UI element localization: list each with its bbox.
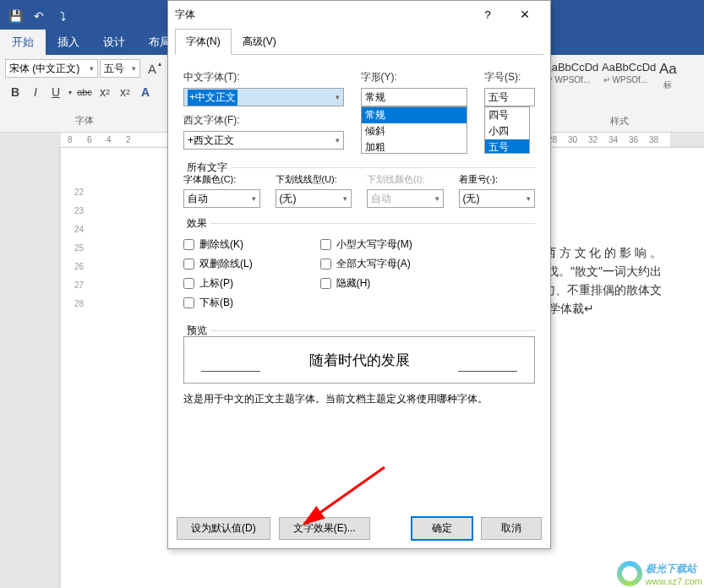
list-item[interactable]: 小四 (485, 123, 529, 139)
checkbox-hidden[interactable]: 隐藏(H) (320, 276, 412, 291)
dialog-tabs: 字体(N) 高级(V) (175, 28, 543, 55)
list-item[interactable]: 加粗 (362, 139, 467, 154)
list-item[interactable]: 四号 (485, 107, 529, 123)
label-underline-color: 下划线颜色(I): (367, 173, 444, 186)
text-effects-button[interactable]: A (135, 82, 156, 102)
ok-button[interactable]: 确定 (412, 517, 472, 540)
cancel-button[interactable]: 取消 (481, 517, 542, 540)
font-size-value: 五号 (104, 62, 124, 76)
font-size-input[interactable]: 五号 (484, 88, 535, 106)
font-style-input[interactable]: 常规 (361, 88, 467, 106)
style-item-3[interactable]: Aa 标 (655, 58, 680, 94)
checkbox-subscript[interactable]: 下标(B) (183, 296, 253, 310)
dialog-title: 字体 (175, 8, 195, 22)
checkbox-small-caps[interactable]: 小型大写字母(M) (320, 237, 412, 252)
underline-color-combo: 自动▾ (367, 189, 444, 208)
close-button[interactable]: × (506, 1, 543, 28)
checkbox-double-strike[interactable]: 双删除线(L) (183, 257, 253, 271)
ribbon-group-font: 宋体 (中文正文) ▾ 五号 ▾ A▴ B I U ▾ abc x2 x2 A … (0, 55, 169, 132)
watermark-logo-icon (617, 561, 642, 586)
list-item[interactable]: 倾斜 (362, 123, 467, 139)
chevron-down-icon: ▾ (90, 64, 94, 73)
save-icon[interactable]: 💾 (3, 4, 27, 28)
label-font-size: 字号(S): (484, 70, 535, 84)
style-name: ↵ WPSOf... (602, 75, 649, 84)
group-label-font: 字体 (5, 112, 164, 128)
label-underline-style: 下划线线型(U): (276, 173, 352, 186)
style-name: ↵ WPSOf... (544, 75, 592, 84)
label-font-color: 字体颜色(C): (183, 173, 260, 186)
underline-style-combo[interactable]: (无)▾ (276, 189, 352, 208)
strike-button[interactable]: abc (74, 82, 95, 102)
font-size-listbox[interactable]: 四号 小四 五号 (484, 106, 530, 154)
label-font-style: 字形(Y): (361, 70, 467, 84)
font-dialog: 字体 ? × 字体(N) 高级(V) 中文字体(T): +中文正文 ▾ 西文字体… (167, 0, 551, 549)
tab-home[interactable]: 开始 (0, 30, 46, 55)
list-item[interactable]: 常规 (362, 107, 467, 123)
style-sample: AaBbCcDd (602, 61, 649, 74)
italic-button[interactable]: I (25, 82, 46, 102)
text-effects-button[interactable]: 文字效果(E)... (279, 517, 370, 540)
label-emphasis: 着重号(·): (459, 173, 536, 186)
style-item-2[interactable]: AaBbCcDd ↵ WPSOf... (598, 58, 653, 94)
group-label-styles: 样式 (540, 113, 699, 129)
dialog-buttons: 设为默认值(D) 文字效果(E)... 确定 取消 (177, 517, 542, 540)
style-sample: AaBbCcDd (544, 61, 592, 74)
dialog-titlebar[interactable]: 字体 ? × (168, 1, 550, 28)
bold-button[interactable]: B (5, 82, 25, 102)
chevron-down-icon: ▾ (336, 93, 340, 101)
preview-hint: 这是用于中文的正文主题字体。当前文档主题定义将使用哪种字体。 (183, 392, 535, 406)
watermark-name: 极光下载站 (646, 562, 702, 576)
tab-design[interactable]: 设计 (91, 30, 137, 55)
legend-all-text: 所有文字 (183, 161, 231, 175)
preview-text: 随着时代的发展 (309, 351, 410, 370)
style-name: 标 (659, 79, 676, 91)
emphasis-combo[interactable]: (无)▾ (459, 189, 536, 208)
watermark-url: www.xz7.com (646, 576, 702, 586)
undo-icon[interactable]: ↶ (27, 4, 51, 28)
font-name-value: 宋体 (中文正文) (9, 62, 79, 76)
label-chinese-font: 中文字体(T): (183, 70, 344, 84)
chinese-font-combo[interactable]: +中文正文 ▾ (183, 88, 344, 106)
font-color-combo[interactable]: 自动▾ (183, 189, 260, 208)
help-button[interactable]: ? (469, 1, 506, 28)
latin-font-combo[interactable]: +西文正文 ▾ (183, 131, 344, 150)
legend-effects: 效果 (183, 216, 210, 231)
checkbox-strike[interactable]: 删除线(K) (183, 237, 253, 252)
chinese-font-value: +中文正文 (188, 90, 237, 106)
label-latin-font: 西文字体(F): (183, 113, 344, 128)
tab-insert[interactable]: 插入 (46, 30, 91, 55)
underline-button[interactable]: U (46, 82, 66, 102)
tab-advanced[interactable]: 高级(V) (232, 29, 287, 55)
font-name-dropdown[interactable]: 宋体 (中文正文) ▾ (5, 59, 98, 78)
checkbox-superscript[interactable]: 上标(P) (183, 276, 253, 291)
ribbon-group-styles: AaBbCcDd ↵ WPSOf... AaBbCcDd ↵ WPSOf... … (535, 55, 704, 133)
checkbox-all-caps[interactable]: 全部大写字母(A) (320, 257, 412, 271)
chevron-down-icon: ▾ (132, 64, 136, 73)
superscript-button[interactable]: x2 (115, 82, 135, 102)
font-style-listbox[interactable]: 常规 倾斜 加粗 (361, 106, 467, 154)
grow-font-icon[interactable]: A▴ (142, 58, 162, 79)
latin-font-value: +西文正文 (188, 133, 234, 148)
set-default-button[interactable]: 设为默认值(D) (177, 517, 270, 540)
style-sample: Aa (659, 61, 676, 78)
underline-chevron-icon[interactable]: ▾ (66, 82, 74, 102)
list-item[interactable]: 五号 (485, 139, 529, 154)
font-size-dropdown[interactable]: 五号 ▾ (100, 59, 140, 78)
chevron-down-icon: ▾ (336, 136, 340, 144)
subscript-button[interactable]: x2 (95, 82, 115, 102)
customize-qat-icon[interactable]: ⤵ (51, 4, 74, 28)
watermark: 极光下载站 www.xz7.com (617, 561, 702, 586)
tab-font[interactable]: 字体(N) (175, 29, 232, 55)
preview-box: 随着时代的发展 (183, 336, 535, 384)
